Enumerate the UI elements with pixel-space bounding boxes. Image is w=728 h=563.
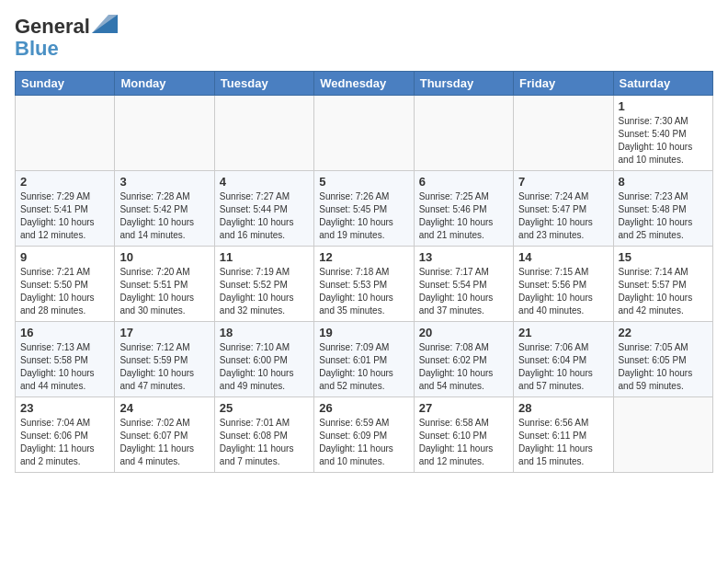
day-number: 16 [20,326,109,339]
calendar-cell: 20Sunrise: 7:08 AM Sunset: 6:02 PM Dayli… [414,322,513,397]
day-number: 28 [518,401,608,415]
calendar-cell: 10Sunrise: 7:20 AM Sunset: 5:51 PM Dayli… [115,247,214,322]
calendar-week-row: 1Sunrise: 7:30 AM Sunset: 5:40 PM Daylig… [16,96,713,171]
logo-text: General [15,15,118,38]
day-number: 8 [619,175,708,189]
calendar-cell: 8Sunrise: 7:23 AM Sunset: 5:48 PM Daylig… [613,171,712,247]
calendar-cell [514,96,613,171]
logo: General Blue [15,15,118,60]
day-number: 14 [518,250,608,264]
day-number: 9 [20,250,109,264]
day-number: 25 [220,401,309,415]
day-info: Sunrise: 7:04 AM Sunset: 6:06 PM Dayligh… [20,417,109,468]
calendar-cell [314,96,414,171]
calendar-cell: 27Sunrise: 6:58 AM Sunset: 6:10 PM Dayli… [414,397,513,473]
calendar-cell: 11Sunrise: 7:19 AM Sunset: 5:52 PM Dayli… [214,247,313,322]
day-info: Sunrise: 7:21 AM Sunset: 5:50 PM Dayligh… [20,266,109,317]
col-header-friday: Friday [514,72,613,96]
calendar-cell: 22Sunrise: 7:05 AM Sunset: 6:05 PM Dayli… [613,322,712,397]
day-info: Sunrise: 7:29 AM Sunset: 5:41 PM Dayligh… [20,190,109,242]
day-info: Sunrise: 7:12 AM Sunset: 5:59 PM Dayligh… [119,341,209,393]
calendar-cell: 15Sunrise: 7:14 AM Sunset: 5:57 PM Dayli… [613,247,712,322]
calendar-cell: 19Sunrise: 7:09 AM Sunset: 6:01 PM Dayli… [314,322,414,397]
day-info: Sunrise: 7:02 AM Sunset: 6:07 PM Dayligh… [119,417,209,468]
calendar-cell: 3Sunrise: 7:28 AM Sunset: 5:42 PM Daylig… [115,171,214,247]
day-number: 1 [619,99,708,113]
day-number: 18 [220,326,309,339]
day-info: Sunrise: 7:09 AM Sunset: 6:01 PM Dayligh… [319,341,408,393]
day-info: Sunrise: 7:15 AM Sunset: 5:56 PM Dayligh… [518,266,608,317]
calendar-cell: 14Sunrise: 7:15 AM Sunset: 5:56 PM Dayli… [514,247,613,322]
calendar-cell: 12Sunrise: 7:18 AM Sunset: 5:53 PM Dayli… [314,247,414,322]
calendar-cell [16,96,115,171]
day-info: Sunrise: 7:10 AM Sunset: 6:00 PM Dayligh… [220,341,309,393]
day-number: 24 [119,401,209,415]
day-number: 23 [20,401,109,415]
calendar-cell [214,96,313,171]
calendar-week-row: 9Sunrise: 7:21 AM Sunset: 5:50 PM Daylig… [16,247,713,322]
day-number: 4 [220,175,309,189]
calendar-cell: 16Sunrise: 7:13 AM Sunset: 5:58 PM Dayli… [16,322,115,397]
day-number: 17 [119,326,209,339]
calendar-cell: 26Sunrise: 6:59 AM Sunset: 6:09 PM Dayli… [314,397,414,473]
day-number: 5 [319,175,408,189]
calendar-cell: 6Sunrise: 7:25 AM Sunset: 5:46 PM Daylig… [414,171,513,247]
calendar-week-row: 16Sunrise: 7:13 AM Sunset: 5:58 PM Dayli… [16,322,713,397]
day-info: Sunrise: 7:30 AM Sunset: 5:40 PM Dayligh… [619,115,708,167]
calendar-week-row: 23Sunrise: 7:04 AM Sunset: 6:06 PM Dayli… [16,397,713,473]
day-info: Sunrise: 7:24 AM Sunset: 5:47 PM Dayligh… [518,190,608,242]
day-info: Sunrise: 7:25 AM Sunset: 5:46 PM Dayligh… [419,190,508,242]
day-info: Sunrise: 7:14 AM Sunset: 5:57 PM Dayligh… [619,266,708,317]
calendar-cell: 1Sunrise: 7:30 AM Sunset: 5:40 PM Daylig… [613,96,712,171]
day-info: Sunrise: 7:18 AM Sunset: 5:53 PM Dayligh… [319,266,408,317]
col-header-wednesday: Wednesday [314,72,414,96]
day-info: Sunrise: 7:08 AM Sunset: 6:02 PM Dayligh… [419,341,508,393]
calendar-cell: 23Sunrise: 7:04 AM Sunset: 6:06 PM Dayli… [16,397,115,473]
day-info: Sunrise: 7:27 AM Sunset: 5:44 PM Dayligh… [220,190,309,242]
calendar-cell: 17Sunrise: 7:12 AM Sunset: 5:59 PM Dayli… [115,322,214,397]
day-info: Sunrise: 6:56 AM Sunset: 6:11 PM Dayligh… [518,417,608,468]
calendar-cell: 21Sunrise: 7:06 AM Sunset: 6:04 PM Dayli… [514,322,613,397]
calendar-cell [613,397,712,473]
logo-blue: Blue [15,38,118,60]
svg-marker-1 [92,15,118,33]
logo-icon [92,15,118,33]
day-info: Sunrise: 7:13 AM Sunset: 5:58 PM Dayligh… [20,341,109,393]
calendar-cell: 5Sunrise: 7:26 AM Sunset: 5:45 PM Daylig… [314,171,414,247]
day-info: Sunrise: 7:28 AM Sunset: 5:42 PM Dayligh… [119,190,209,242]
calendar-cell: 24Sunrise: 7:02 AM Sunset: 6:07 PM Dayli… [115,397,214,473]
day-info: Sunrise: 7:26 AM Sunset: 5:45 PM Dayligh… [319,190,408,242]
day-number: 22 [619,326,708,339]
calendar-header-row: SundayMondayTuesdayWednesdayThursdayFrid… [16,72,713,96]
col-header-tuesday: Tuesday [214,72,313,96]
calendar-cell: 28Sunrise: 6:56 AM Sunset: 6:11 PM Dayli… [514,397,613,473]
col-header-saturday: Saturday [613,72,712,96]
calendar-cell: 9Sunrise: 7:21 AM Sunset: 5:50 PM Daylig… [16,247,115,322]
day-info: Sunrise: 7:20 AM Sunset: 5:51 PM Dayligh… [119,266,209,317]
day-info: Sunrise: 7:19 AM Sunset: 5:52 PM Dayligh… [220,266,309,317]
calendar-cell: 25Sunrise: 7:01 AM Sunset: 6:08 PM Dayli… [214,397,313,473]
day-info: Sunrise: 7:23 AM Sunset: 5:48 PM Dayligh… [619,190,708,242]
col-header-monday: Monday [115,72,214,96]
calendar-table: SundayMondayTuesdayWednesdayThursdayFrid… [15,71,713,473]
calendar-week-row: 2Sunrise: 7:29 AM Sunset: 5:41 PM Daylig… [16,171,713,247]
day-number: 7 [518,175,608,189]
day-number: 12 [319,250,408,264]
calendar-cell: 7Sunrise: 7:24 AM Sunset: 5:47 PM Daylig… [514,171,613,247]
day-info: Sunrise: 7:05 AM Sunset: 6:05 PM Dayligh… [619,341,708,393]
day-number: 26 [319,401,408,415]
day-number: 20 [419,326,508,339]
page-header: General Blue [15,15,713,60]
calendar-cell [414,96,513,171]
day-number: 10 [119,250,209,264]
calendar-cell: 4Sunrise: 7:27 AM Sunset: 5:44 PM Daylig… [214,171,313,247]
calendar-cell: 13Sunrise: 7:17 AM Sunset: 5:54 PM Dayli… [414,247,513,322]
day-info: Sunrise: 7:06 AM Sunset: 6:04 PM Dayligh… [518,341,608,393]
day-info: Sunrise: 6:59 AM Sunset: 6:09 PM Dayligh… [319,417,408,468]
day-number: 27 [419,401,508,415]
day-info: Sunrise: 7:17 AM Sunset: 5:54 PM Dayligh… [419,266,508,317]
day-number: 2 [20,175,109,189]
day-number: 21 [518,326,608,339]
calendar-cell [115,96,214,171]
day-number: 13 [419,250,508,264]
